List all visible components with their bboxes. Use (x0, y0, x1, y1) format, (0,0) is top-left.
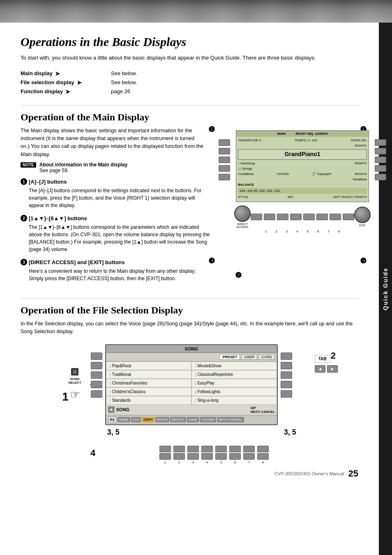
btn-next-cancel[interactable]: NEXT/ CANCEL (217, 417, 244, 422)
btn-cut[interactable]: CUT (131, 417, 141, 422)
direct-access-knob[interactable] (234, 205, 251, 222)
song-btn-b[interactable] (91, 362, 102, 369)
bottom-btn-row: NAME CUT COPY PASTE DELETE SAVE FOLDER N… (118, 417, 275, 422)
display-value-function: page 26 (111, 88, 130, 94)
btn-d[interactable] (219, 165, 230, 172)
label-35-left: 3, 5 (107, 428, 120, 437)
bottom-btn-1[interactable] (251, 214, 262, 220)
note-badge: NOTE (21, 162, 36, 168)
tab-indicator: TAB ◄ ► (315, 355, 338, 373)
exit-knob[interactable] (354, 207, 371, 223)
key-group-5: 5 (215, 446, 227, 464)
exit-area: EXIT (354, 207, 371, 227)
song-cell-3[interactable]: Children'sClassics (106, 387, 191, 396)
file-display-intro: In the File Selection display, you can s… (21, 320, 358, 336)
label-3-right: ❸ (360, 256, 367, 265)
song-cell-9[interactable]: Sing-a-long (191, 396, 277, 405)
key-down-3[interactable] (187, 453, 199, 460)
tab-card[interactable]: CARD (258, 354, 275, 360)
btn-j[interactable] (375, 174, 386, 180)
tab-left-arrow[interactable]: ◄ (315, 365, 325, 373)
bottom-btn-2[interactable] (264, 214, 275, 220)
song-cell-0[interactable]: Pop&Rock (106, 362, 191, 370)
tab-preset[interactable]: PRESET (219, 354, 240, 360)
btn-copy[interactable]: COPY (142, 417, 154, 422)
file-display-diagram: 2 TAB ◄ ► ♪ SONGSELECT ☞ (21, 344, 358, 425)
song-btn-d[interactable] (91, 381, 102, 388)
btn-a[interactable] (219, 139, 230, 146)
key-up-2[interactable] (173, 446, 185, 452)
display-value-main: See below. (111, 70, 137, 76)
key-up-8[interactable] (257, 446, 269, 452)
song-btn-i[interactable] (281, 381, 292, 388)
tab-user[interactable]: USER (241, 354, 257, 360)
key-up-1[interactable] (159, 446, 171, 452)
btn-save[interactable]: SAVE (187, 417, 199, 422)
svg-text:♪: ♪ (74, 371, 76, 373)
song-cell-1[interactable]: Traditional (106, 370, 191, 379)
right-side-buttons (375, 127, 386, 180)
page-label[interactable]: P1 (108, 417, 117, 423)
btn-folder[interactable]: FOLDER (200, 417, 216, 422)
btn-c[interactable] (219, 157, 230, 163)
key-down-2[interactable] (173, 453, 185, 460)
btn-i[interactable] (375, 165, 386, 172)
footer: CVP-305/303/301 Owner's Manual 25 (21, 464, 358, 483)
tab-label: TAB (315, 355, 330, 363)
btn-h[interactable] (375, 157, 386, 163)
screen-row-song: ♪ NewSong RIGHT2 (238, 161, 367, 166)
song-btn-c[interactable] (91, 371, 102, 379)
song-cell-6[interactable]: ClassicalRepertoire (191, 370, 277, 379)
screen-row-style: CoolBBeat CHORD 🎵 GalaxyEP RIGHT3 (238, 172, 367, 176)
song-up-label: UP NEXT/ CANCEL (251, 406, 275, 414)
bottom-btn-7[interactable] (330, 214, 341, 220)
btn-g[interactable] (375, 148, 386, 154)
song-screen-title: SONG (106, 345, 277, 353)
song-cell-2[interactable]: ChristmasFavorites (106, 379, 191, 387)
bottom-btn-6[interactable] (316, 214, 328, 220)
bottom-btn-8[interactable] (343, 214, 354, 220)
song-btn-e[interactable] (91, 390, 102, 398)
bottom-btn-4[interactable] (290, 214, 302, 220)
divider-1 (21, 105, 358, 106)
display-label-function: Function display ➤ (21, 88, 111, 95)
btn-paste[interactable]: PASTE (155, 417, 169, 422)
divider-2 (21, 298, 358, 299)
btn-f[interactable] (375, 139, 386, 146)
bottom-btn-5[interactable] (303, 214, 315, 220)
bottom-btn-3[interactable] (277, 214, 288, 220)
key-down-8[interactable] (257, 453, 269, 460)
note-see: See page 59. (39, 168, 128, 173)
song-cell-4[interactable]: Standards (106, 396, 191, 405)
item3-num: 3 (21, 259, 27, 265)
song-btn-j[interactable] (281, 390, 292, 398)
song-cell-8[interactable]: FollowLights (191, 387, 277, 396)
key-down-6[interactable] (229, 453, 241, 460)
song-btn-f[interactable] (281, 352, 292, 360)
song-cell-7[interactable]: EasyPlay (191, 379, 277, 387)
btn-delete[interactable]: DELETE (170, 417, 186, 422)
song-btn-h[interactable] (281, 371, 292, 379)
song-btn-g[interactable] (281, 362, 292, 369)
key-down-5[interactable] (215, 453, 227, 460)
key-num-6: 6 (234, 461, 236, 464)
song-btn-a[interactable] (91, 352, 102, 360)
item2-title: 2 [1▲▼]–[8▲▼] buttons (21, 215, 210, 221)
btn-name[interactable]: NAME (118, 417, 130, 422)
key-up-3[interactable] (187, 446, 199, 452)
tab-right-arrow[interactable]: ► (327, 365, 338, 373)
key-up-5[interactable] (215, 446, 227, 452)
key-down-1[interactable] (159, 453, 171, 460)
key-group-4: 4 (201, 446, 213, 464)
key-down-4[interactable] (201, 453, 213, 460)
display-item-function: Function display ➤ page 26 (21, 88, 358, 95)
key-up-6[interactable] (229, 446, 241, 452)
btn-b[interactable] (219, 148, 230, 154)
btn-e[interactable] (219, 174, 230, 180)
key-up-7[interactable] (243, 446, 255, 452)
key-up-4[interactable] (201, 446, 213, 452)
item3-title: 3 [DIRECT ACCESS] and [EXIT] buttons (21, 259, 210, 265)
display-item-main: Main display ➤ See below. (21, 70, 358, 77)
key-down-7[interactable] (243, 453, 255, 460)
song-cell-5[interactable]: Movie&Show (191, 362, 277, 370)
